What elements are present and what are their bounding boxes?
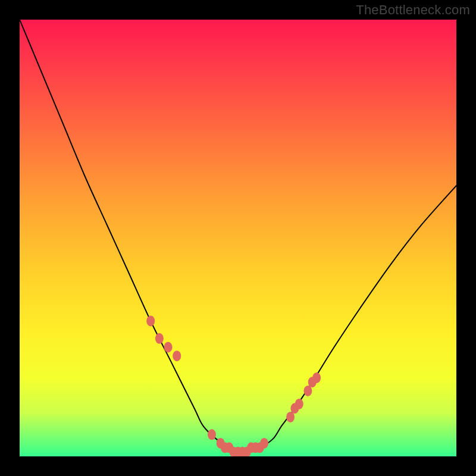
marker-dot [164, 342, 173, 353]
chart-frame: TheBottleneck.com [0, 0, 476, 476]
marker-dot [146, 315, 155, 326]
marker-dot [173, 350, 181, 361]
marker-dot [312, 372, 321, 383]
marker-dot [295, 399, 303, 409]
marker-dot [155, 333, 164, 344]
plot-area [20, 20, 456, 456]
highlight-markers [146, 315, 321, 456]
marker-dot [208, 429, 216, 440]
watermark-text: TheBottleneck.com [356, 2, 470, 18]
marker-dot [260, 438, 268, 449]
chart-svg [20, 20, 456, 456]
curve-line [20, 20, 456, 453]
